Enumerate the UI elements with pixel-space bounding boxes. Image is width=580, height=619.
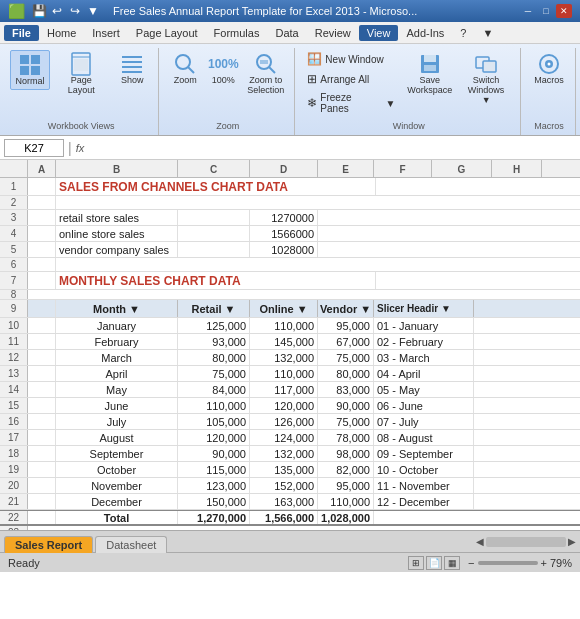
cell-e16[interactable]: 75,000: [318, 414, 374, 429]
menu-home[interactable]: Home: [39, 25, 84, 41]
menu-add-ins[interactable]: Add-Ins: [398, 25, 452, 41]
cell-f16[interactable]: 07 - July: [374, 414, 474, 429]
cell-a5[interactable]: [28, 242, 56, 257]
cell-a3[interactable]: [28, 210, 56, 225]
cell-a20[interactable]: [28, 478, 56, 493]
cell-c21[interactable]: 150,000: [178, 494, 250, 509]
redo-qat-button[interactable]: ↪: [67, 3, 83, 19]
cell-c22[interactable]: 1,270,000: [178, 511, 250, 524]
cell-a12[interactable]: [28, 350, 56, 365]
undo-qat-button[interactable]: ↩: [49, 3, 65, 19]
cell-a14[interactable]: [28, 382, 56, 397]
cell-a10[interactable]: [28, 318, 56, 333]
menu-data[interactable]: Data: [267, 25, 306, 41]
cell-f19[interactable]: 10 - October: [374, 462, 474, 477]
zoom-button[interactable]: Zoom: [167, 50, 203, 88]
cell-c11[interactable]: 93,000: [178, 334, 250, 349]
cell-e14[interactable]: 83,000: [318, 382, 374, 397]
freeze-panes-button[interactable]: ❄ Freeze Panes ▼: [303, 90, 399, 116]
cell-b16[interactable]: July: [56, 414, 178, 429]
minimize-button[interactable]: ─: [520, 4, 536, 18]
cell-c9[interactable]: Retail ▼: [178, 300, 250, 317]
cell-a18[interactable]: [28, 446, 56, 461]
cell-f11[interactable]: 02 - February: [374, 334, 474, 349]
cell-a2[interactable]: [28, 196, 56, 209]
cell-a9[interactable]: [28, 300, 56, 317]
cell-a19[interactable]: [28, 462, 56, 477]
zoom-plus-button[interactable]: +: [541, 557, 547, 569]
cell-b11[interactable]: February: [56, 334, 178, 349]
cell-f10[interactable]: 01 - January: [374, 318, 474, 333]
normal-view-status-button[interactable]: ⊞: [408, 556, 424, 570]
cell-c5[interactable]: [178, 242, 250, 257]
cell-d4[interactable]: 1566000: [250, 226, 318, 241]
zoom-slider[interactable]: [478, 561, 538, 565]
cell-b20[interactable]: November: [56, 478, 178, 493]
cell-a6[interactable]: [28, 258, 56, 271]
cell-d16[interactable]: 126,000: [250, 414, 318, 429]
col-header-a[interactable]: A: [28, 160, 56, 178]
maximize-button[interactable]: □: [538, 4, 554, 18]
cell-a21[interactable]: [28, 494, 56, 509]
cell-e17[interactable]: 78,000: [318, 430, 374, 445]
cell-d13[interactable]: 110,000: [250, 366, 318, 381]
cell-b7[interactable]: MONTHLY SALES CHART DATA: [56, 272, 376, 289]
page-layout-status-button[interactable]: 📄: [426, 556, 442, 570]
cell-f15[interactable]: 06 - June: [374, 398, 474, 413]
cell-e12[interactable]: 75,000: [318, 350, 374, 365]
cell-a17[interactable]: [28, 430, 56, 445]
cell-e15[interactable]: 90,000: [318, 398, 374, 413]
cell-e11[interactable]: 67,000: [318, 334, 374, 349]
cell-b13[interactable]: April: [56, 366, 178, 381]
cell-a13[interactable]: [28, 366, 56, 381]
save-qat-button[interactable]: 💾: [31, 3, 47, 19]
cell-a1[interactable]: [28, 178, 56, 195]
cell-c15[interactable]: 110,000: [178, 398, 250, 413]
cell-f12[interactable]: 03 - March: [374, 350, 474, 365]
cell-f9[interactable]: Slicer Headir ▼: [374, 300, 474, 317]
cell-a7[interactable]: [28, 272, 56, 289]
cell-d14[interactable]: 117,000: [250, 382, 318, 397]
col-header-c[interactable]: C: [178, 160, 250, 178]
cell-f17[interactable]: 08 - August: [374, 430, 474, 445]
cell-d15[interactable]: 120,000: [250, 398, 318, 413]
formula-input[interactable]: [88, 142, 576, 154]
cell-d10[interactable]: 110,000: [250, 318, 318, 333]
col-header-h[interactable]: H: [492, 160, 542, 178]
cell-c10[interactable]: 125,000: [178, 318, 250, 333]
cell-a22[interactable]: [28, 511, 56, 524]
menu-help[interactable]: ?: [452, 25, 474, 41]
sheet-tab-datasheet[interactable]: Datasheet: [95, 536, 167, 553]
col-header-b[interactable]: B: [56, 160, 178, 178]
cell-d22[interactable]: 1,566,000: [250, 511, 318, 524]
cell-e20[interactable]: 95,000: [318, 478, 374, 493]
col-header-d[interactable]: D: [250, 160, 318, 178]
menu-dropdown[interactable]: ▼: [474, 25, 501, 41]
cell-d20[interactable]: 152,000: [250, 478, 318, 493]
menu-view[interactable]: View: [359, 25, 399, 41]
cell-d19[interactable]: 135,000: [250, 462, 318, 477]
cell-b4[interactable]: online store sales: [56, 226, 178, 241]
cell-f14[interactable]: 05 - May: [374, 382, 474, 397]
show-button[interactable]: Show: [112, 50, 152, 88]
cell-b22[interactable]: Total: [56, 511, 178, 524]
zoom-selection-button[interactable]: Zoom to Selection: [243, 50, 288, 98]
cell-b21[interactable]: December: [56, 494, 178, 509]
cell-d12[interactable]: 132,000: [250, 350, 318, 365]
save-workspace-button[interactable]: Save Workspace: [403, 50, 456, 98]
cell-e22[interactable]: 1,028,000: [318, 511, 374, 524]
cell-d17[interactable]: 124,000: [250, 430, 318, 445]
cell-f20[interactable]: 11 - November: [374, 478, 474, 493]
normal-view-button[interactable]: Normal: [10, 50, 50, 90]
cell-e18[interactable]: 98,000: [318, 446, 374, 461]
qat-dropdown-button[interactable]: ▼: [85, 3, 101, 19]
cell-b14[interactable]: May: [56, 382, 178, 397]
new-window-button[interactable]: 🪟 New Window: [303, 50, 399, 68]
cell-c16[interactable]: 105,000: [178, 414, 250, 429]
cell-b19[interactable]: October: [56, 462, 178, 477]
menu-review[interactable]: Review: [307, 25, 359, 41]
cell-f13[interactable]: 04 - April: [374, 366, 474, 381]
menu-file[interactable]: File: [4, 25, 39, 41]
cell-b9[interactable]: Month ▼: [56, 300, 178, 317]
horizontal-scrollbar[interactable]: ◀ ▶: [171, 536, 580, 547]
